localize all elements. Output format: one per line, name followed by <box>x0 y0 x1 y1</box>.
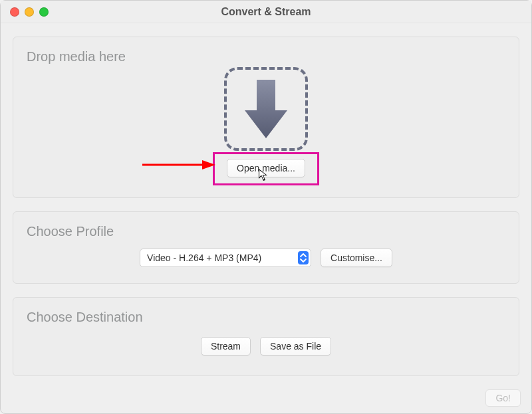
window-title: Convert & Stream <box>221 6 311 18</box>
window-controls <box>10 7 49 17</box>
choose-destination-title: Choose Destination <box>27 310 507 325</box>
open-media-wrap: Open media... <box>227 159 305 177</box>
close-icon[interactable] <box>10 7 19 17</box>
choose-destination-panel: Choose Destination Stream Save as File <box>13 297 519 376</box>
content-area: Drop media here Op <box>1 23 531 376</box>
drop-target-box[interactable] <box>224 67 308 151</box>
dropzone[interactable]: Open media... <box>25 70 507 177</box>
profile-row: Video - H.264 + MP3 (MP4) Customise... <box>25 249 507 267</box>
destination-row: Stream Save as File <box>25 337 507 356</box>
stream-button[interactable]: Stream <box>201 337 251 356</box>
svg-rect-2 <box>298 251 309 264</box>
choose-profile-panel: Choose Profile Video - H.264 + MP3 (MP4)… <box>13 211 519 284</box>
zoom-icon[interactable] <box>39 7 49 17</box>
save-as-file-button[interactable]: Save as File <box>260 337 331 356</box>
choose-profile-title: Choose Profile <box>27 224 507 239</box>
profile-select[interactable]: Video - H.264 + MP3 (MP4) <box>140 249 311 267</box>
go-button-wrap: Go! <box>485 389 521 407</box>
minimize-icon[interactable] <box>25 7 34 17</box>
titlebar: Convert & Stream <box>1 1 531 23</box>
go-button[interactable]: Go! <box>485 389 521 407</box>
drop-media-title: Drop media here <box>27 49 507 64</box>
profile-select-value: Video - H.264 + MP3 (MP4) <box>147 253 296 263</box>
select-stepper-icon <box>296 249 311 266</box>
customise-button[interactable]: Customise... <box>321 249 392 267</box>
convert-stream-window: Convert & Stream Drop media here <box>0 0 532 414</box>
open-media-button[interactable]: Open media... <box>227 159 305 177</box>
download-arrow-icon <box>240 77 292 141</box>
drop-media-panel[interactable]: Drop media here Op <box>13 37 519 198</box>
